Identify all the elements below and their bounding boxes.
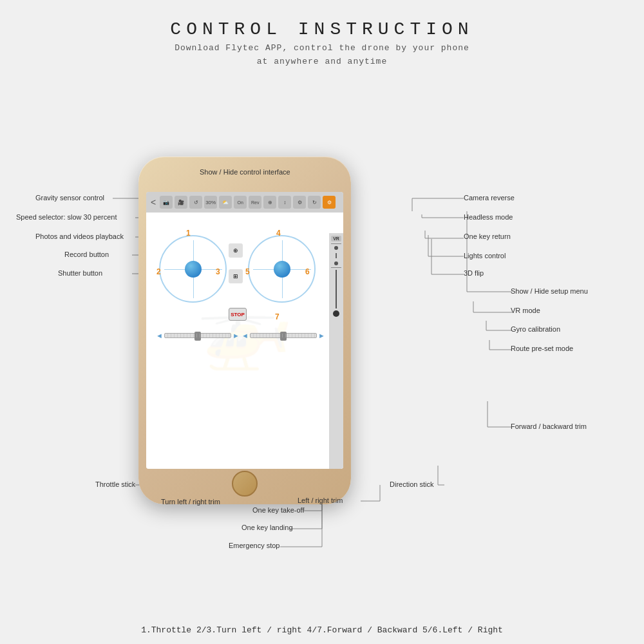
stop-button[interactable]: STOP [229,308,247,321]
refresh-btn[interactable]: ↻ [308,196,321,209]
phone-screen: < 📷 🎥 ↺ 30% ⛅ On Rev ⊕ ↕ ⚙ ↻ ⚙ [146,192,343,469]
icon-middle[interactable]: ⊞ [229,269,243,283]
label-forward-backward-trim: Forward / backward trim [511,422,587,430]
sidebar-dot1 [334,246,338,250]
label-one-key-takeoff: One key take-off [252,506,305,514]
trim2-marks [251,334,316,337]
label-camera-reverse: Camera reverse [464,194,515,202]
num1-label: 1 [186,229,191,238]
label-record-button: Record button [64,251,109,258]
trim2-right-arrow: ► [318,332,325,339]
label-lights-control: Lights control [464,252,506,260]
left-trim-slider: ◄ ► [156,332,240,339]
label-throttle-stick: Throttle stick [95,480,135,488]
label-gyro-calibration: Gyro calibration [511,325,560,333]
vr-label: VR [331,236,341,242]
trim-left-marks [165,334,231,337]
sidebar-divider2 [331,267,341,268]
footer-text: 1.Throttle 2/3.Turn left / right 4/7.For… [141,625,503,635]
on-btn[interactable]: On [234,196,247,209]
num3-label: 3 [216,267,220,276]
joystick-center-right [274,261,290,278]
num5-label: 5 [245,267,250,276]
trim-right-arrow: ► [232,332,240,339]
label-route-preset: Route pre-set mode [511,345,573,352]
sidebar-knob [333,310,339,317]
diagram-area: < 📷 🎥 ↺ 30% ⛅ On Rev ⊕ ↕ ⚙ ↻ ⚙ [0,73,644,627]
num7-label: 7 [275,312,279,321]
subtitle-line1: Download Flytec APP, control the drone b… [0,43,644,53]
phone-home-button[interactable] [232,471,258,497]
subtitle-line2: at anywhere and anytime [0,57,644,66]
footer-note: 1.Throttle 2/3.Turn left / right 4/7.For… [0,625,644,635]
label-vr-mode: VR mode [511,307,540,314]
cross-btn[interactable]: ⊕ [263,196,276,209]
cloud-btn[interactable]: ⛅ [219,196,232,209]
video-btn[interactable]: 🎥 [175,196,187,209]
phone-mockup: < 📷 🎥 ↺ 30% ⛅ On Rev ⊕ ↕ ⚙ ↻ ⚙ [138,156,351,504]
rotate-btn[interactable]: ↺ [189,196,202,209]
percent-btn[interactable]: 30% [204,196,217,209]
label-emergency-stop: Emergency stop [229,542,279,549]
gear-btn[interactable]: ⚙ [293,196,306,209]
num4-label: 4 [276,229,281,238]
label-direction-stick: Direction stick [390,480,433,488]
sidebar-line-small [336,253,337,258]
camera-btn[interactable]: 📷 [160,196,173,209]
label-shutter-button: Shutter button [58,269,102,277]
num2-label: 2 [156,267,161,276]
sidebar-divider1 [331,243,341,244]
updown-btn[interactable]: ↕ [278,196,291,209]
trim-left-arrow: ◄ [156,332,163,339]
label-turn-left-right-trim: Turn left / right trim [161,498,220,506]
label-one-key-landing: One key landing [242,524,293,531]
sidebar-long-line [336,270,337,308]
label-show-hide-control: Show / Hide control interface [200,168,290,176]
label-speed-selector: Speed selector: slow 30 percent [16,213,117,221]
trim2-bar [250,333,317,338]
label-gravity-sensor: Gravity sensor control [35,194,104,202]
joystick-center-left [185,261,202,278]
page: CONTROL INSTRUCTION Download Flytec APP,… [0,0,644,644]
settings-btn[interactable]: ⚙ [323,196,336,209]
label-photos-videos: Photos and videos playback [35,232,124,240]
label-3d-flip: 3D flip [464,269,484,277]
label-show-hide-setup: Show / Hide setup menu [511,287,588,295]
back-icon[interactable]: < [149,197,158,207]
icon-up[interactable]: ⊕ [229,243,243,258]
phone-sidebar: VR [329,233,343,469]
label-left-right-trim: Left / right trim [298,497,343,504]
label-one-key-return: One key return [464,232,511,240]
right-trim-slider: ◄ ► [242,332,325,339]
app-toolbar: < 📷 🎥 ↺ 30% ⛅ On Rev ⊕ ↕ ⚙ ↻ ⚙ [146,192,343,213]
trim2-left-arrow: ◄ [242,332,249,339]
header: CONTROL INSTRUCTION Download Flytec APP,… [0,0,644,66]
page-title: CONTROL INSTRUCTION [0,19,644,39]
sidebar-dot2 [334,261,338,265]
trim-left-bar [164,333,231,338]
label-headless-mode: Headless mode [464,213,513,221]
app-content: 🚁 1 2 3 [146,213,343,469]
num6-label: 6 [305,267,310,276]
rev-btn[interactable]: Rev [249,196,261,209]
